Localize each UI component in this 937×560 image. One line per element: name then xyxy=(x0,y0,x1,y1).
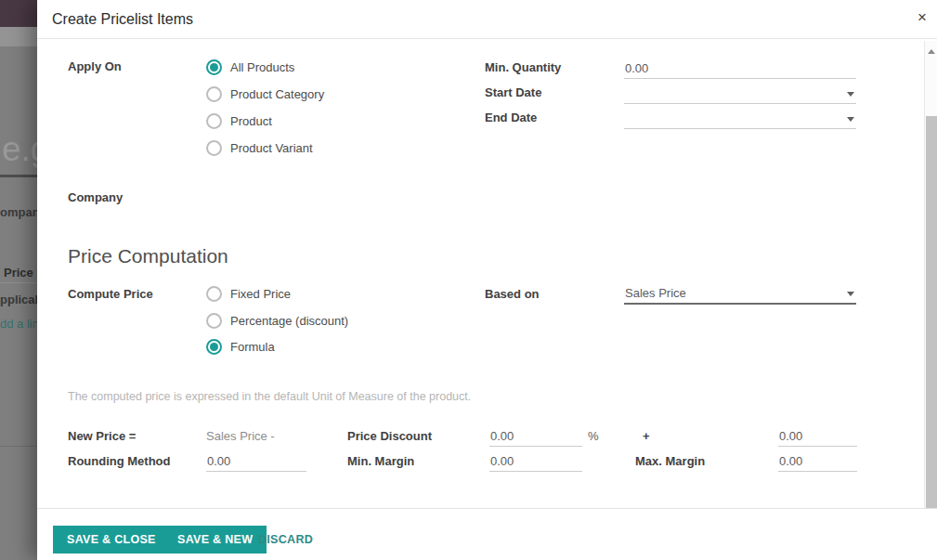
dialog-title: Create Pricelist Items xyxy=(52,11,193,28)
company-label: Company xyxy=(68,190,123,204)
end-date-caret-icon[interactable] xyxy=(847,117,854,125)
price-computation-heading: Price Computation xyxy=(68,245,228,267)
new-price-label: New Price = xyxy=(68,429,136,443)
scrollbar-thumb[interactable] xyxy=(926,116,937,540)
new-price-base-text: Sales Price - xyxy=(206,429,275,443)
based-on-caret-icon[interactable] xyxy=(847,292,854,300)
dialog-footer: SAVE & CLOSE SAVE & NEW DISCARD xyxy=(37,508,937,560)
rounding-method-label: Rounding Method xyxy=(68,454,170,468)
price-surcharge-value: 0.00 xyxy=(779,429,802,443)
background-company-label: ompan xyxy=(0,205,37,219)
radio-icon[interactable] xyxy=(206,113,222,129)
price-discount-value: 0.00 xyxy=(490,429,514,443)
background-divider-light xyxy=(0,282,37,283)
max-margin-value: 0.00 xyxy=(779,454,802,468)
background-price-tab-label: Price R xyxy=(4,266,37,280)
radio-label: Product xyxy=(230,114,272,128)
radio-product[interactable]: Product xyxy=(206,113,272,128)
background-applicable-label: pplicab xyxy=(0,293,37,306)
plus-sign: + xyxy=(643,429,650,443)
radio-label: All Products xyxy=(230,60,294,74)
background-divider-dark xyxy=(0,175,37,177)
based-on-select[interactable]: Sales Price xyxy=(624,284,856,305)
max-margin-label: Max. Margin xyxy=(635,454,705,468)
background-add-a-line-link: dd a lin xyxy=(0,317,37,331)
radio-icon[interactable] xyxy=(206,313,222,329)
based-on-label: Based on xyxy=(485,287,540,301)
vertical-scrollbar[interactable] xyxy=(924,41,937,543)
radio-product-category[interactable]: Product Category xyxy=(206,86,324,101)
background-placeholder-text: e.g xyxy=(2,130,37,169)
radio-label: Product Variant xyxy=(230,141,313,155)
background-control-panel xyxy=(0,27,37,46)
radio-all-products[interactable]: All Products xyxy=(206,59,294,74)
end-date-label: End Date xyxy=(485,111,537,124)
radio-icon[interactable] xyxy=(206,286,222,302)
percent-sign: % xyxy=(588,429,599,443)
based-on-value: Sales Price xyxy=(625,286,686,300)
save-and-new-button[interactable]: SAVE & NEW xyxy=(163,526,267,553)
price-discount-label: Price Discount xyxy=(347,429,432,443)
min-margin-input[interactable]: 0.00 xyxy=(489,452,582,472)
dimmed-background: e.g ompan Price R pplicab dd a lin xyxy=(0,0,37,560)
save-and-close-button[interactable]: SAVE & CLOSE xyxy=(53,526,170,553)
radio-selected-icon[interactable] xyxy=(206,59,222,75)
min-quantity-value: 0.00 xyxy=(625,61,648,75)
radio-fixed-price[interactable]: Fixed Price xyxy=(206,286,291,301)
price-surcharge-input[interactable]: 0.00 xyxy=(778,427,857,447)
compute-price-label: Compute Price xyxy=(68,287,153,301)
apply-on-label: Apply On xyxy=(68,59,122,73)
background-divider-bottom xyxy=(0,446,37,447)
dialog-header: Create Pricelist Items × xyxy=(37,0,937,39)
dialog-body: Apply On All Products Product Category P… xyxy=(37,39,937,508)
radio-selected-icon[interactable] xyxy=(206,339,222,355)
start-date-caret-icon[interactable] xyxy=(847,92,854,100)
create-pricelist-items-dialog: Create Pricelist Items × Apply On All Pr… xyxy=(37,0,937,560)
radio-label: Fixed Price xyxy=(230,287,291,301)
rounding-method-input[interactable]: 0.00 xyxy=(206,452,306,472)
start-date-label: Start Date xyxy=(485,85,541,99)
min-margin-value: 0.00 xyxy=(490,454,514,468)
scrollbar-up-arrow-icon[interactable] xyxy=(928,46,935,54)
end-date-input[interactable] xyxy=(624,110,856,129)
radio-label: Product Category xyxy=(230,87,324,101)
min-quantity-input[interactable]: 0.00 xyxy=(624,59,856,79)
max-margin-input[interactable]: 0.00 xyxy=(778,452,857,472)
radio-label: Percentage (discount) xyxy=(230,314,348,328)
radio-icon[interactable] xyxy=(206,86,222,102)
radio-product-variant[interactable]: Product Variant xyxy=(206,140,313,155)
price-discount-input[interactable]: 0.00 xyxy=(489,427,582,447)
min-margin-label: Min. Margin xyxy=(347,454,414,468)
min-quantity-label: Min. Quantity xyxy=(485,60,561,74)
start-date-input[interactable] xyxy=(624,85,856,104)
close-icon[interactable]: × xyxy=(913,8,931,27)
radio-formula[interactable]: Formula xyxy=(206,339,275,354)
computed-price-note: The computed price is expressed in the d… xyxy=(68,390,471,403)
radio-percentage-discount[interactable]: Percentage (discount) xyxy=(206,313,348,328)
radio-label: Formula xyxy=(230,340,275,354)
discard-button[interactable]: DISCARD xyxy=(258,526,313,553)
rounding-method-value: 0.00 xyxy=(207,454,230,468)
radio-icon[interactable] xyxy=(206,140,222,156)
background-navbar xyxy=(0,0,37,27)
